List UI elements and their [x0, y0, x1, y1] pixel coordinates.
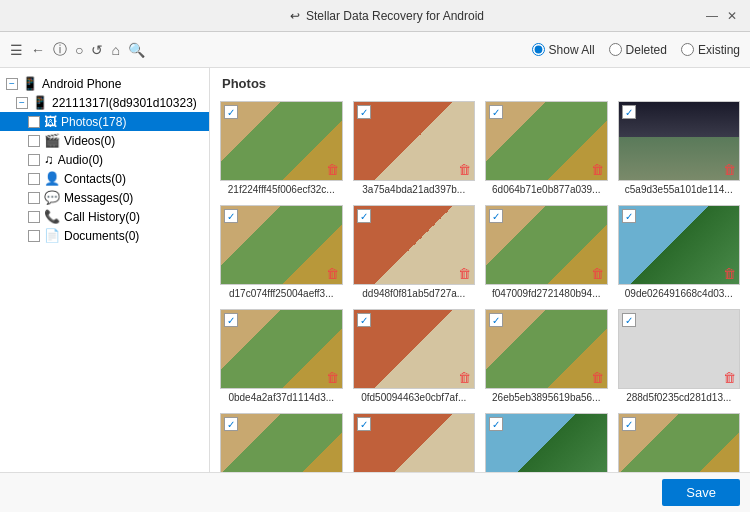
refresh-icon[interactable]: ↺: [91, 42, 103, 58]
contacts-checkbox[interactable]: [28, 173, 40, 185]
delete-icon[interactable]: 🗑: [326, 370, 339, 385]
delete-icon[interactable]: 🗑: [591, 370, 604, 385]
sidebar-item-contacts[interactable]: 👤 Contacts(0): [0, 169, 209, 188]
photo-checkbox[interactable]: [622, 209, 636, 223]
delete-icon[interactable]: 🗑: [326, 266, 339, 281]
photo-checkbox[interactable]: [357, 313, 371, 327]
call-history-checkbox[interactable]: [28, 211, 40, 223]
photo-checkbox[interactable]: [489, 105, 503, 119]
list-item[interactable]: 🗑26eb5eb3895619ba56...: [485, 309, 608, 403]
scan-icon[interactable]: ○: [75, 42, 83, 58]
documents-icon: 📄: [44, 228, 60, 243]
save-button[interactable]: Save: [662, 479, 740, 506]
photo-name: 0bde4a2af37d1114d3...: [228, 392, 334, 403]
audio-label: Audio(0): [58, 153, 103, 167]
home-icon[interactable]: ⌂: [111, 42, 119, 58]
sidebar-item-device[interactable]: 📱 22111317I(8d9301d10323): [0, 93, 209, 112]
existing-radio[interactable]: Existing: [681, 43, 740, 57]
delete-icon[interactable]: 🗑: [723, 266, 736, 281]
photo-checkbox[interactable]: [622, 417, 636, 431]
list-item[interactable]: 🗑3a75a4bda21ad397b...: [353, 101, 476, 195]
photo-name: 21f224fff45f006ecf32c...: [228, 184, 335, 195]
documents-checkbox[interactable]: [28, 230, 40, 242]
sidebar-item-videos[interactable]: 🎬 Videos(0): [0, 131, 209, 150]
list-item[interactable]: 🗑288d5f0235cd281d13...: [618, 309, 741, 403]
list-item[interactable]: 🗑0fd50094463e0cbf7af...: [353, 309, 476, 403]
photo-grid-container[interactable]: 🗑21f224fff45f006ecf32c...🗑3a75a4bda21ad3…: [210, 95, 750, 472]
list-item[interactable]: 🗑dd948f0f81ab5d727a...: [353, 205, 476, 299]
photo-name: 0fd50094463e0cbf7af...: [361, 392, 466, 403]
photo-checkbox[interactable]: [357, 417, 371, 431]
sidebar-item-documents[interactable]: 📄 Documents(0): [0, 226, 209, 245]
search-icon[interactable]: 🔍: [128, 42, 145, 58]
photos-checkbox[interactable]: [28, 116, 40, 128]
photo-checkbox[interactable]: [224, 105, 238, 119]
android-phone-checkbox[interactable]: [6, 78, 18, 90]
delete-icon[interactable]: 🗑: [591, 266, 604, 281]
photos-icon: 🖼: [44, 114, 57, 129]
call-history-label: Call History(0): [64, 210, 140, 224]
messages-icon: 💬: [44, 190, 60, 205]
delete-icon[interactable]: 🗑: [326, 162, 339, 177]
phone-icon: 📱: [22, 76, 38, 91]
photo-checkbox[interactable]: [224, 417, 238, 431]
photo-checkbox[interactable]: [489, 417, 503, 431]
contacts-label: Contacts(0): [64, 172, 126, 186]
photo-checkbox[interactable]: [357, 105, 371, 119]
title-bar: ↩ Stellar Data Recovery for Android — ✕: [0, 0, 750, 32]
photo-name: 6d064b71e0b877a039...: [492, 184, 600, 195]
photo-name: 288d5f0235cd281d13...: [626, 392, 731, 403]
delete-icon[interactable]: 🗑: [458, 162, 471, 177]
photo-checkbox[interactable]: [224, 313, 238, 327]
show-all-label: Show All: [549, 43, 595, 57]
delete-icon[interactable]: 🗑: [723, 370, 736, 385]
messages-checkbox[interactable]: [28, 192, 40, 204]
menu-icon[interactable]: ☰: [10, 42, 23, 58]
sidebar-item-android-phone[interactable]: 📱 Android Phone: [0, 74, 209, 93]
videos-checkbox[interactable]: [28, 135, 40, 147]
list-item[interactable]: 🗑2b5c270cfed71b7067...: [353, 413, 476, 472]
back-arrow-icon: ↩: [290, 9, 300, 23]
photo-checkbox[interactable]: [622, 105, 636, 119]
photo-checkbox[interactable]: [622, 313, 636, 327]
delete-icon[interactable]: 🗑: [458, 370, 471, 385]
sidebar-item-audio[interactable]: ♫ Audio(0): [0, 150, 209, 169]
minimize-button[interactable]: —: [704, 8, 720, 24]
list-item[interactable]: 🗑6d064b71e0b877a039...: [485, 101, 608, 195]
toolbar-left: ☰ ← ⓘ ○ ↺ ⌂ 🔍: [10, 41, 145, 59]
list-item[interactable]: 🗑21f224fff45f006ecf32c...: [220, 101, 343, 195]
deleted-radio[interactable]: Deleted: [609, 43, 667, 57]
show-all-radio[interactable]: Show All: [532, 43, 595, 57]
sidebar-item-call-history[interactable]: 📞 Call History(0): [0, 207, 209, 226]
content-area: Photos 🗑21f224fff45f006ecf32c...🗑3a75a4b…: [210, 68, 750, 472]
close-button[interactable]: ✕: [724, 8, 740, 24]
photo-checkbox[interactable]: [489, 313, 503, 327]
sidebar-item-messages[interactable]: 💬 Messages(0): [0, 188, 209, 207]
delete-icon[interactable]: 🗑: [458, 266, 471, 281]
list-item[interactable]: 🗑d17c074fff25004aeff3...: [220, 205, 343, 299]
back-icon[interactable]: ←: [31, 42, 45, 58]
delete-icon[interactable]: 🗑: [723, 162, 736, 177]
sidebar-item-photos[interactable]: 🖼 Photos(178): [0, 112, 209, 131]
list-item[interactable]: 🗑c5a9d3e55a101de114...: [618, 101, 741, 195]
info-icon[interactable]: ⓘ: [53, 41, 67, 59]
device-checkbox[interactable]: [16, 97, 28, 109]
section-title: Photos: [210, 68, 750, 95]
device-label: 22111317I(8d9301d10323): [52, 96, 197, 110]
list-item[interactable]: 🗑3101eaf065f9d5626cb...: [485, 413, 608, 472]
title-text: Stellar Data Recovery for Android: [306, 9, 484, 23]
list-item[interactable]: 🗑3304edde4727d78185...: [618, 413, 741, 472]
photo-checkbox[interactable]: [357, 209, 371, 223]
audio-checkbox[interactable]: [28, 154, 40, 166]
delete-icon[interactable]: 🗑: [591, 162, 604, 177]
bottom-bar: Save: [0, 472, 750, 512]
list-item[interactable]: 🗑3304edde4727d78185...: [220, 413, 343, 472]
list-item[interactable]: 🗑f047009fd2721480b94...: [485, 205, 608, 299]
list-item[interactable]: 🗑09de026491668c4d03...: [618, 205, 741, 299]
deleted-label: Deleted: [626, 43, 667, 57]
photo-name: 3a75a4bda21ad397b...: [362, 184, 465, 195]
photo-checkbox[interactable]: [489, 209, 503, 223]
photo-name: d17c074fff25004aeff3...: [229, 288, 334, 299]
list-item[interactable]: 🗑0bde4a2af37d1114d3...: [220, 309, 343, 403]
photo-checkbox[interactable]: [224, 209, 238, 223]
